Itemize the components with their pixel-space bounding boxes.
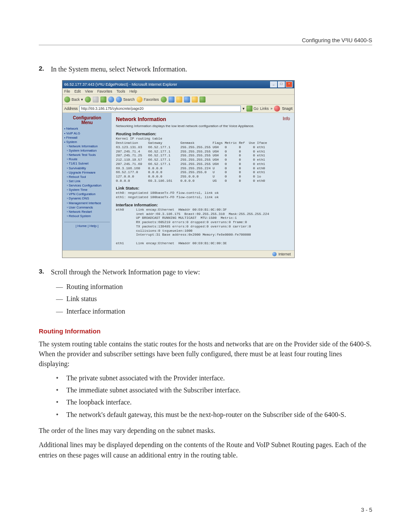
sidebar-item-network-information: Network Information [64,144,110,149]
ie-toolbar: Back ▾ Search Favorites [62,95,294,105]
config-sidebar: Configuration Menu Network VoIP ALG Fire… [62,113,112,250]
sidebar-item-firewall: Firewall [64,136,110,140]
sidebar-item-t1e1-subnet: T1/E1 Subnet [64,162,110,166]
menu-view: View [85,89,93,93]
routing-para-3: Additional lines may be displayed depend… [39,440,372,460]
edit-icon [192,96,198,103]
menu-tools: Tools [117,89,125,93]
sidebar-item-reboot-system: Reboot System [64,214,110,218]
routing-para-2: The order of the lines may vary dependin… [39,426,372,436]
minimize-icon: _ [270,81,277,87]
go-label: Go [254,106,258,111]
close-icon: × [286,81,293,87]
mail-icon [176,96,182,103]
sidebar-head-1: Configuration [64,115,110,120]
page-number: 3 - 5 [361,507,372,513]
sidebar-item-voip-alg: VoIP ALG [64,131,110,136]
main-title: Network Information [116,116,290,122]
link-status-text: eth0: negotiated 100baseTx-FD flow-contr… [116,191,290,199]
address-field: http://69.3.186.175/cykoncrete/page20 [79,106,240,112]
sidebar-item-route: Route [64,157,110,162]
menu-file: File [64,89,70,93]
header-rule [39,45,372,45]
main-description: Networking Information displays the low … [116,124,290,128]
refresh-icon [100,96,106,103]
step-2-text: In the System menu, select Network Infor… [51,65,187,74]
back-label: Back [72,97,80,102]
sidebar-item-survivability: Survivability [64,166,110,171]
sidebar-item-network-restart: Network Restart [64,210,110,214]
sidebar-head-2: Menu [64,120,110,125]
print-icon [184,96,190,103]
routing-heading: Routing Information: [116,131,290,136]
routing-para-1: The system routing table contains the st… [39,339,372,369]
ie-titlebar: 66.52.177.37:443 (V²IU EdgeProtect) - Mi… [62,81,294,88]
running-header: Configuring the V²IU 6400-S [302,37,372,44]
favorites-label: Favorites [144,97,159,102]
sidebar-item-system-time: System Time [64,188,110,192]
stop-icon [93,96,99,103]
sidebar-item-network: Network [64,127,110,131]
sidebar-item-system-information: System Information [64,149,110,153]
interface-heading: Interface Information: [116,202,290,207]
address-label: Address [64,106,78,111]
bullet-loopback: The loopback interface. [56,398,372,407]
bullet-private-subnet: The private subnet associated with the P… [56,373,372,383]
sidebar-item-upgrade-firmware: Upgrade Firmware [64,171,110,175]
snagit-icon [274,106,280,112]
ie-addressbar: Address http://69.3.186.175/cykoncrete/p… [62,105,294,113]
bullet-default-gateway: The network's default gateway, this must… [56,410,372,420]
status-zone-label: Internet [278,252,291,256]
menu-edit: Edit [75,89,81,93]
internet-zone-icon [272,252,277,256]
sidebar-item-system: System [64,140,110,144]
discuss-icon [199,96,206,103]
ie-statusbar: Internet [62,250,294,258]
sidebar-item-vpn-config: VPN Configuration [64,192,110,196]
menu-help: Help [129,89,137,93]
go-icon [246,106,252,112]
sidebar-item-reboot-tool: Reboot Tool [64,175,110,179]
sidebar-item-user-commands: User Commands [64,205,110,210]
menu-favorites: Favorites [97,89,112,93]
media-icon [161,96,167,103]
routing-table: Kernel IP routing table Destination Gate… [116,137,290,183]
search-label: Search [123,97,135,102]
ie-menubar: File Edit View Favorites Tools Help [62,88,294,95]
main-pane: Network Information Info Networking Info… [112,113,294,250]
back-icon [64,96,70,103]
step3-item-routing: Routing information [56,282,372,292]
network-info-screenshot: 66.52.177.37:443 (V²IU EdgeProtect) - Mi… [62,80,295,258]
links-label: Links [260,106,269,111]
maximize-icon: □ [278,81,285,87]
sidebar-item-services-config: Services Configuration [64,184,110,188]
history-icon [168,96,174,103]
window-title: 66.52.177.37:443 (V²IU EdgeProtect) - Mi… [64,82,177,87]
sidebar-item-dynamic-dns: Dynamic DNS [64,196,110,201]
step-3-text: Scroll through the Network Information p… [51,268,200,277]
sidebar-item-network-test-tools: Network Test Tools [64,153,110,157]
interface-text: eth0 Link encap:Ethernet HWaddr 00:E0:B1… [116,208,290,246]
sidebar-home-help: | Home | Help | [64,222,110,228]
step3-item-link: Link status [56,294,372,304]
favorites-icon [137,96,143,103]
step3-item-interface: Interface information [56,307,372,316]
link-status-heading: Link Status: [116,186,290,190]
section-routing-information: Routing Information [39,327,372,335]
snagit-label: SnagIt [282,106,293,111]
bullet-immediate-subnet: The immediate subnet associated with the… [56,386,372,395]
sidebar-item-set-link: Set Link [64,179,110,184]
search-icon [116,96,122,103]
step-2-number: 2. [39,65,51,74]
home-icon [108,96,114,103]
sidebar-item-mgmt-interface: Management Interface [64,201,110,205]
step-3-number: 3. [39,268,51,277]
forward-icon [85,96,91,103]
info-link: Info [283,116,290,121]
